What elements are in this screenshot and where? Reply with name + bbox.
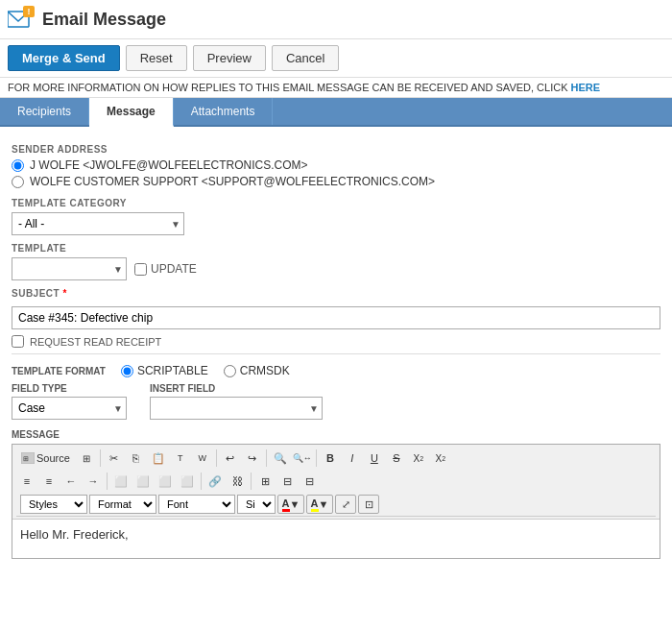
read-receipt-row: REQUEST READ RECEIPT (12, 335, 660, 348)
svg-text:!: ! (28, 7, 31, 16)
indent-more-button[interactable]: → (83, 472, 104, 491)
table-col-button[interactable]: ⊟ (299, 472, 320, 491)
merge-send-button[interactable]: Merge & Send (8, 45, 120, 71)
sep-2 (216, 449, 217, 467)
action-toolbar: Merge & Send Reset Preview Cancel (0, 39, 672, 77)
sep-7 (251, 472, 252, 490)
sender-option-1: J WOLFE <JWOLFE@WOLFEELECTRONICS.COM> (12, 158, 660, 172)
italic-button[interactable]: I (342, 448, 363, 468)
field-type-select[interactable]: Case (12, 397, 127, 420)
template-select-wrap: ▼ (12, 257, 127, 280)
tab-bar: Recipients Message Attachments (0, 98, 672, 127)
update-checkbox[interactable] (134, 263, 147, 276)
template-select[interactable] (12, 257, 127, 280)
show-blocks-button[interactable]: ⊡ (358, 495, 379, 514)
info-link[interactable]: HERE (571, 82, 601, 93)
read-receipt-label: REQUEST READ RECEIPT (30, 336, 161, 348)
sep-4 (316, 449, 317, 467)
cut-button[interactable]: ✂ (104, 448, 125, 468)
insert-field-col: INSERT FIELD ▼ (150, 383, 323, 420)
template-category-label: TEMPLATE CATEGORY (12, 198, 660, 208)
source-code-icon-btn[interactable]: ⊞ (76, 448, 97, 468)
info-text: FOR MORE INFORMATION ON HOW REPLIES TO T… (8, 82, 571, 93)
template-format-label: TEMPLATE FORMAT (12, 366, 106, 376)
preview-button[interactable]: Preview (193, 45, 266, 71)
align-justify-button[interactable]: ⬜ (177, 472, 198, 491)
field-type-col: FIELD TYPE Case ▼ (12, 383, 127, 420)
tab-attachments[interactable]: Attachments (174, 98, 274, 125)
subscript-button[interactable]: X2 (408, 448, 429, 468)
source-button[interactable]: ⊞ Source (16, 448, 75, 468)
format-scriptable-radio[interactable] (121, 365, 133, 377)
format-scriptable-option: SCRIPTABLE (121, 364, 208, 377)
table-insert-button[interactable]: ⊞ (254, 472, 276, 491)
template-format-row: TEMPLATE FORMAT SCRIPTABLE CRMSDK (12, 364, 660, 377)
editor-body[interactable]: Hello Mr. Frederick, (12, 520, 660, 558)
page-title: Email Message (42, 10, 166, 30)
editor-toolbar-row1: ⊞ Source ⊞ ✂ ⎘ 📋 T W ↩ ↪ 🔍 🔍↔ B (16, 447, 656, 470)
format-crmsdk-label: CRMSDK (240, 364, 290, 377)
bg-color-button[interactable]: A▼ (306, 495, 333, 514)
sender-radio-1[interactable] (12, 159, 24, 172)
superscript-button[interactable]: X2 (430, 448, 451, 468)
find-replace-button[interactable]: 🔍↔ (292, 448, 313, 468)
svg-text:⊞: ⊞ (23, 455, 29, 462)
page-header: ! Email Message (0, 0, 672, 39)
find-button[interactable]: 🔍 (270, 448, 291, 468)
template-category-select[interactable]: - All - (12, 212, 184, 235)
subject-input[interactable] (12, 306, 660, 329)
sep-3 (266, 449, 267, 467)
copy-button[interactable]: ⎘ (126, 448, 147, 468)
indent-less-button[interactable]: ← (60, 472, 82, 491)
align-center-button[interactable]: ⬜ (132, 472, 154, 491)
format-crmsdk-radio[interactable] (224, 365, 236, 377)
format-scriptable-label: SCRIPTABLE (137, 364, 208, 377)
format-select[interactable]: Format (89, 495, 156, 514)
tab-recipients[interactable]: Recipients (0, 98, 89, 125)
editor-toolbar: ⊞ Source ⊞ ✂ ⎘ 📋 T W ↩ ↪ 🔍 🔍↔ B (12, 445, 660, 520)
font-color-icon: A (282, 497, 290, 512)
underline-button[interactable]: U (364, 448, 385, 468)
field-type-select-wrap: Case ▼ (12, 397, 127, 420)
editor-toolbar-row2: ≡ ≡ ← → ⬜ ⬜ ⬜ ⬜ 🔗 ⛓ ⊞ ⊟ ⊟ (16, 470, 656, 493)
reset-button[interactable]: Reset (126, 45, 187, 71)
bold-button[interactable]: B (320, 448, 341, 468)
message-section-label: MESSAGE (12, 429, 660, 440)
strikethrough-button[interactable]: S (386, 448, 407, 468)
align-right-button[interactable]: ⬜ (155, 472, 176, 491)
sender-address-label: SENDER ADDRESS (12, 144, 660, 155)
link-button[interactable]: 🔗 (204, 472, 226, 491)
table-row-button[interactable]: ⊟ (276, 472, 298, 491)
insert-field-select[interactable] (150, 397, 323, 420)
redo-button[interactable]: ↪ (242, 448, 263, 468)
size-select[interactable]: Si... (237, 495, 276, 514)
font-color-button[interactable]: A▼ (277, 495, 304, 514)
sender-value-2: WOLFE CUSTOMER SUPPORT <SUPPORT@WOLFEELE… (30, 175, 435, 188)
maximize-button[interactable]: ⤢ (335, 495, 356, 514)
field-type-label: FIELD TYPE (12, 383, 127, 394)
align-left-button[interactable]: ⬜ (110, 472, 132, 491)
source-code-icon: ⊞ (83, 453, 90, 464)
sep-5 (107, 472, 108, 490)
font-select[interactable]: Font (158, 495, 235, 514)
styles-row: Styles Format Font Si... A▼ A▼ ⤢ ⊡ (16, 493, 656, 517)
template-category-wrap: - All - ▼ (12, 212, 184, 235)
sep-6 (201, 472, 202, 490)
list-ordered-button[interactable]: ≡ (38, 472, 60, 491)
paste-button[interactable]: 📋 (148, 448, 169, 468)
update-label: UPDATE (151, 262, 197, 276)
list-unordered-button[interactable]: ≡ (16, 472, 37, 491)
update-wrap: UPDATE (134, 262, 197, 276)
read-receipt-checkbox[interactable] (12, 335, 24, 348)
editor-content: Hello Mr. Frederick, (20, 527, 129, 542)
styles-select[interactable]: Styles (20, 495, 87, 514)
message-content: SENDER ADDRESS J WOLFE <JWOLFE@WOLFEELEC… (0, 127, 672, 569)
unlink-button[interactable]: ⛓ (227, 472, 248, 491)
paste-word-button[interactable]: W (192, 448, 213, 468)
sender-radio-2[interactable] (12, 176, 24, 188)
tab-message[interactable]: Message (89, 98, 174, 127)
bg-color-icon: A (311, 497, 319, 512)
paste-text-button[interactable]: T (170, 448, 191, 468)
undo-button[interactable]: ↩ (220, 448, 241, 468)
cancel-button[interactable]: Cancel (272, 45, 339, 71)
